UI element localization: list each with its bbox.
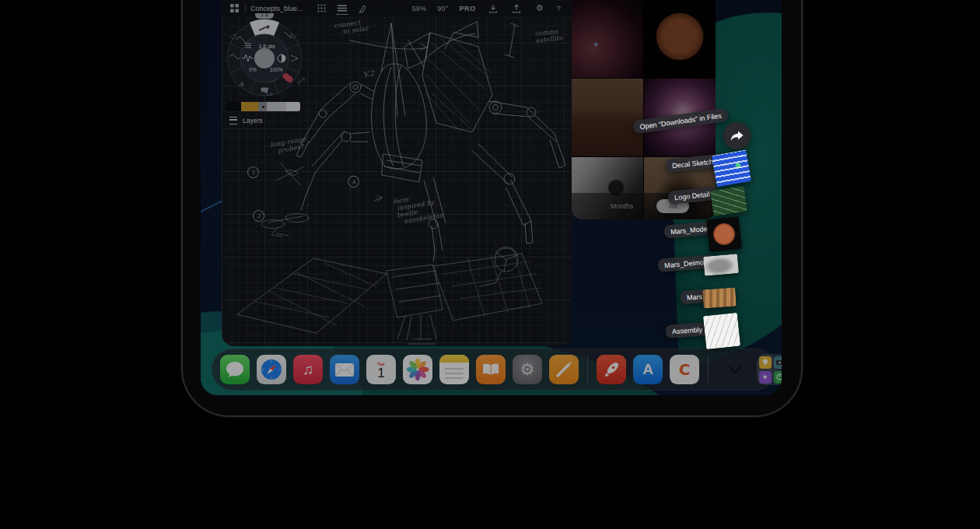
share-forward-button[interactable] (723, 122, 751, 149)
drag-thumb-decal-sketches[interactable] (712, 149, 751, 187)
drag-thumb-mars-model[interactable] (706, 216, 742, 252)
drag-thumb-logo-detail[interactable] (710, 186, 747, 216)
forward-arrow-icon (730, 131, 744, 142)
drag-thumb-mars[interactable] (702, 288, 737, 309)
drag-action-label[interactable]: Open “Downloads” in Files (632, 108, 728, 135)
drag-and-drop-layer: Open “Downloads” in Files Decal Sketches… (201, 0, 782, 395)
ipad-screen: connect to solar comms satellite V.2 lon… (201, 0, 782, 395)
drag-item-label[interactable]: Assembly (665, 322, 709, 338)
drag-item-label[interactable]: Logo Detail (667, 187, 716, 205)
drag-thumb-assembly[interactable] (703, 313, 740, 349)
drag-thumb-mars-deimos[interactable] (703, 254, 739, 276)
